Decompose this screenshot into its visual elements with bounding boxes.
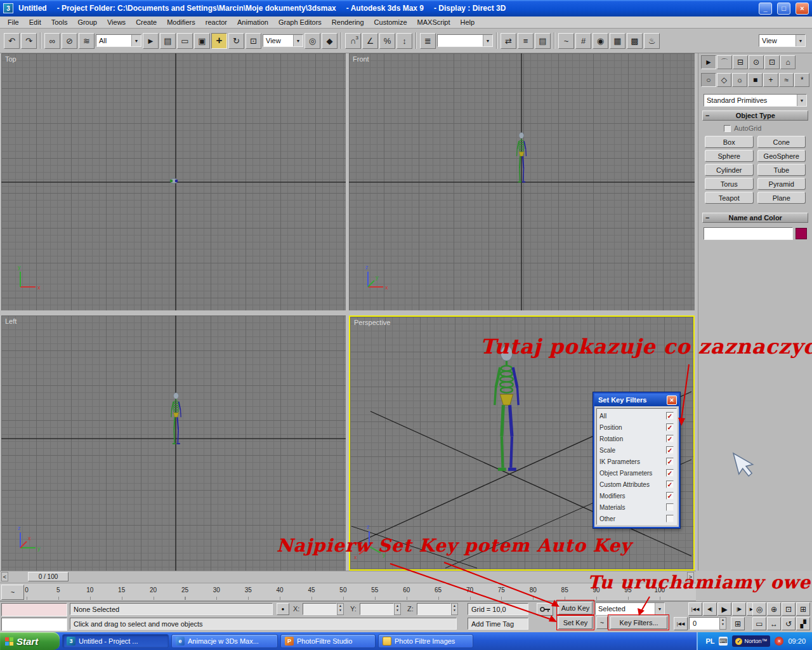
tab-display[interactable]: ⊡ xyxy=(764,55,780,69)
menu-item[interactable]: Tools xyxy=(46,17,73,27)
render-setup-button[interactable]: ▦ xyxy=(610,33,625,49)
select-object-button[interactable]: ► xyxy=(143,33,159,49)
y-spinner[interactable]: ▲▼ xyxy=(394,603,401,615)
select-and-move-button[interactable]: + xyxy=(211,33,227,49)
filter-checkbox[interactable]: ✓ xyxy=(666,492,674,500)
key-mode-toggle-button[interactable]: |◀◀ xyxy=(674,617,688,630)
key-filters-button[interactable]: Key Filters... xyxy=(610,616,667,629)
render-last-button[interactable]: ▩ xyxy=(627,33,643,49)
menu-item[interactable]: Views xyxy=(102,17,131,27)
close-button[interactable]: × xyxy=(796,3,809,15)
next-frame-button[interactable]: |▶ xyxy=(732,602,746,616)
menu-item[interactable]: MAXScript xyxy=(412,17,455,27)
rectangular-selection-button[interactable]: ▭ xyxy=(177,33,193,49)
object-type-button[interactable]: Cone xyxy=(757,136,806,148)
object-color-swatch[interactable] xyxy=(796,228,807,239)
zoom-extents-button[interactable]: ⊡ xyxy=(782,602,796,616)
z-spinner[interactable]: ▲▼ xyxy=(451,603,458,615)
name-color-rollout[interactable]: − Name and Color xyxy=(702,213,808,223)
task-button-images[interactable]: Photo Filtre Images xyxy=(378,634,473,648)
select-and-rotate-button[interactable]: ↻ xyxy=(228,33,244,49)
object-type-button[interactable]: Sphere xyxy=(705,150,754,162)
arc-rotate-button[interactable]: ↺ xyxy=(782,617,796,630)
dialog-close-button[interactable]: × xyxy=(667,395,677,405)
frame-spinner[interactable]: ▲▼ xyxy=(719,617,726,630)
set-key-button[interactable]: Set Key xyxy=(558,616,593,629)
minimize-button[interactable]: _ xyxy=(759,3,772,15)
object-type-button[interactable]: Pyramid xyxy=(757,178,806,190)
menu-item[interactable]: Edit xyxy=(24,17,46,27)
set-keys-button[interactable] xyxy=(537,603,553,616)
named-selection-sets-dropdown[interactable]: ▼ xyxy=(437,34,493,47)
filter-checkbox[interactable] xyxy=(666,503,674,511)
undo-button[interactable]: ↶ xyxy=(4,33,20,49)
menu-item[interactable]: Group xyxy=(72,17,102,27)
unlink-selection-button[interactable]: ⊘ xyxy=(62,33,77,49)
reference-coordinate-dropdown[interactable]: View ▼ xyxy=(263,34,303,47)
zoom-button[interactable]: ◎ xyxy=(752,602,766,616)
schematic-view-button[interactable]: # xyxy=(575,33,591,49)
category-systems[interactable]: * xyxy=(794,73,809,87)
category-lights[interactable]: ☼ xyxy=(732,73,747,87)
object-type-button[interactable]: Cylinder xyxy=(705,164,754,176)
object-type-button[interactable]: Torus xyxy=(705,178,754,190)
tab-motion[interactable]: ⊙ xyxy=(749,55,764,69)
filter-checkbox[interactable]: ✓ xyxy=(666,435,674,442)
category-shapes[interactable]: ◇ xyxy=(717,73,732,87)
task-button-animacje[interactable]: e Animacje w 3Ds Max... xyxy=(171,634,278,648)
x-coord-field[interactable] xyxy=(303,603,337,615)
menu-item[interactable]: Modifiers xyxy=(162,17,200,27)
zoom-all-button[interactable]: ⊕ xyxy=(767,602,781,616)
filter-checkbox[interactable] xyxy=(666,515,674,522)
maxscript-mini-listener-macro[interactable] xyxy=(1,603,67,616)
object-type-button[interactable]: Teapot xyxy=(705,192,754,204)
time-slider-left-arrow[interactable]: < xyxy=(1,572,8,581)
menu-item[interactable]: Rendering xyxy=(327,17,369,27)
selection-set-dropdown[interactable]: Selected ▼ xyxy=(595,602,665,615)
y-coord-field[interactable] xyxy=(360,603,394,615)
select-and-scale-button[interactable]: ⊡ xyxy=(246,33,261,49)
tab-create[interactable]: ► xyxy=(701,55,716,69)
object-type-rollout[interactable]: − Object Type xyxy=(702,110,808,121)
tab-hierarchy[interactable]: ⊟ xyxy=(733,55,748,69)
curve-editor-button[interactable]: ~ xyxy=(558,33,574,49)
time-configuration-button[interactable]: ⊞ xyxy=(731,617,745,630)
viewport-top[interactable]: Top x y xyxy=(1,53,346,310)
tab-modify[interactable]: ⌒ xyxy=(717,55,732,69)
autogrid-checkbox[interactable] xyxy=(724,125,731,132)
clock[interactable]: 09:20 xyxy=(788,637,806,645)
object-type-button[interactable]: Plane xyxy=(757,192,806,204)
select-and-manipulate-button[interactable]: ◆ xyxy=(322,33,337,49)
region-zoom-button[interactable]: ▭ xyxy=(752,617,766,630)
selection-filter-dropdown[interactable]: All ▼ xyxy=(96,34,141,47)
x-spinner[interactable]: ▲▼ xyxy=(337,603,344,615)
category-geometry[interactable]: ○ xyxy=(701,73,716,87)
start-button[interactable]: Start xyxy=(0,632,60,650)
edit-named-sets-button[interactable]: ≣ xyxy=(420,33,436,49)
previous-frame-button[interactable]: ◀| xyxy=(703,602,717,616)
z-coord-field[interactable] xyxy=(417,603,451,615)
current-frame-field[interactable]: 0 xyxy=(689,617,719,630)
object-type-button[interactable]: Box xyxy=(705,136,754,148)
menu-item[interactable]: Animation xyxy=(232,17,273,27)
bind-to-space-warp-button[interactable]: ≋ xyxy=(79,33,95,49)
task-button-3dsmax[interactable]: 3 Untitled - Project ... xyxy=(62,634,169,648)
keyboard-tray-icon[interactable]: ⌨ xyxy=(719,637,728,646)
task-button-photofiltre[interactable]: P PhotoFiltre Studio xyxy=(280,634,376,648)
material-editor-button[interactable]: ◉ xyxy=(593,33,608,49)
menu-item[interactable]: reactor xyxy=(200,17,232,27)
filter-checkbox[interactable]: ✓ xyxy=(666,412,674,420)
filter-checkbox[interactable]: ✓ xyxy=(666,469,674,477)
window-crossing-button[interactable]: ▣ xyxy=(194,33,210,49)
quick-render-button[interactable]: ♨ xyxy=(644,33,660,49)
menu-item[interactable]: Graph Editors xyxy=(273,17,327,27)
menu-item[interactable]: Create xyxy=(131,17,162,27)
object-type-button[interactable]: GeoSphere xyxy=(757,150,806,162)
primitives-category-dropdown[interactable]: Standard Primitives ▼ xyxy=(704,94,807,107)
set-key-filters-titlebar[interactable]: Set Key Filters × xyxy=(594,394,679,406)
pan-button[interactable]: ↔ xyxy=(767,617,781,630)
filter-checkbox[interactable]: ✓ xyxy=(666,481,674,488)
spinner-snap-button[interactable]: ↕ xyxy=(396,33,412,49)
selection-lock-button[interactable]: ● xyxy=(277,603,289,615)
percent-snap-button[interactable]: % xyxy=(379,33,395,49)
